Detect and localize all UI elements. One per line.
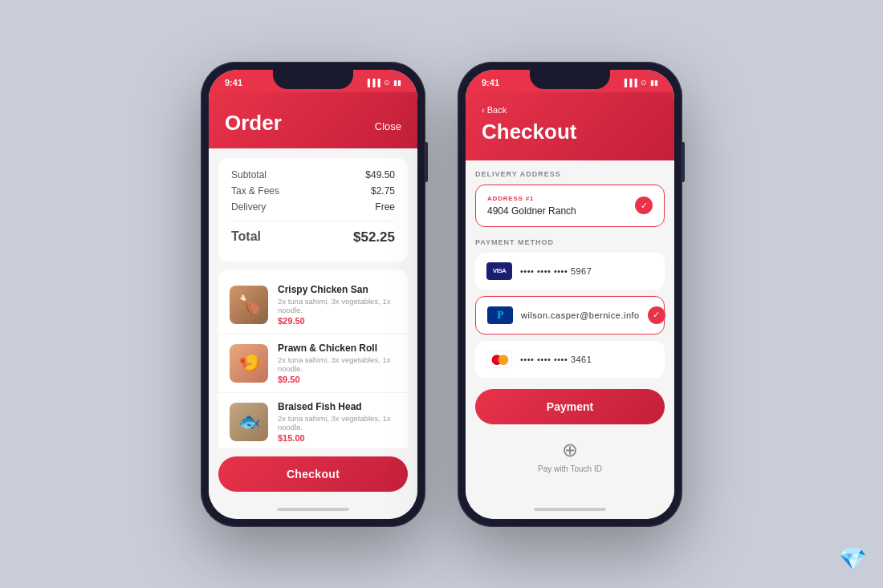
item-name-fish: Braised Fish Head <box>278 401 397 412</box>
subtotal-row: Subtotal $49.50 <box>231 169 395 180</box>
checkout-screen: ‹ Back Checkout DELIVERY ADDRESS ADDRESS… <box>466 92 674 519</box>
signal-icon-checkout: ▐▐▐ <box>622 79 637 87</box>
total-value: $52.25 <box>353 229 395 245</box>
payment-option-visa[interactable]: VISA •••• •••• •••• 5967 <box>475 253 665 290</box>
home-bar-order <box>277 508 349 511</box>
checkout-title: Checkout <box>482 120 658 144</box>
battery-icon-checkout: ▮▮ <box>650 79 658 87</box>
tax-value: $2.75 <box>371 185 395 197</box>
item-price-prawn: $9.50 <box>278 375 397 384</box>
close-button[interactable]: Close <box>375 120 401 132</box>
notch <box>277 70 349 87</box>
notch-checkout <box>534 70 606 87</box>
address-card[interactable]: ADDRESS #1 4904 Goldner Ranch ✓ <box>475 185 665 227</box>
tax-row: Tax & Fees $2.75 <box>231 185 395 197</box>
checkout-button-wrap: Checkout <box>209 448 417 503</box>
payment-option-mastercard[interactable]: ⬤⬤ •••• •••• •••• 3461 <box>475 341 665 378</box>
payment-button[interactable]: Payment <box>475 389 665 424</box>
paypal-email: wilson.casper@bernice.info <box>521 310 640 320</box>
subtotal-label: Subtotal <box>231 169 267 180</box>
item-image-fish: 🐟 <box>230 403 268 441</box>
chevron-left-icon: ‹ <box>482 105 485 115</box>
mastercard-number: •••• •••• •••• 3461 <box>520 355 653 364</box>
item-desc-crispy: 2x tuna sahimi, 3x vegetables, 1x noodle… <box>278 297 397 314</box>
home-indicator-order <box>209 503 417 519</box>
item-price-crispy: $29.50 <box>278 316 397 326</box>
mastercard-icon: ⬤⬤ <box>486 351 512 368</box>
order-item: 🐟 Braised Fish Head 2x tuna sahimi, 3x v… <box>218 393 408 448</box>
back-button[interactable]: ‹ Back <box>482 105 658 115</box>
order-summary: Subtotal $49.50 Tax & Fees $2.75 Deliver… <box>218 158 408 262</box>
item-info-crispy: Crispy Chicken San 2x tuna sahimi, 3x ve… <box>278 284 397 326</box>
checkout-phone: 9:41 ▐▐▐ ⊙ ▮▮ ‹ Back Checkout <box>458 62 682 527</box>
order-header: Order Close <box>209 92 417 148</box>
order-items-list: 🍗 Crispy Chicken San 2x tuna sahimi, 3x … <box>218 270 408 448</box>
item-name-prawn: Prawn & Chicken Roll <box>278 343 397 354</box>
delivery-row: Delivery Free <box>231 201 395 213</box>
visa-icon: VISA <box>486 262 512 280</box>
delivery-value: Free <box>375 201 395 213</box>
status-time-order: 9:41 <box>225 78 242 87</box>
item-image-prawn: 🍤 <box>230 344 268 383</box>
status-icons-checkout: ▐▐▐ ⊙ ▮▮ <box>622 79 658 87</box>
touch-id-icon[interactable]: ⊕ <box>562 439 578 461</box>
item-info-fish: Braised Fish Head 2x tuna sahimi, 3x veg… <box>278 401 397 443</box>
wifi-icon-checkout: ⊙ <box>641 79 647 87</box>
delivery-label: Delivery <box>231 201 266 213</box>
checkout-body: DELIVERY ADDRESS ADDRESS #1 4904 Goldner… <box>466 160 674 503</box>
subtotal-value: $49.50 <box>365 169 395 180</box>
tax-label: Tax & Fees <box>231 185 279 197</box>
total-row: Total $52.25 <box>231 221 395 245</box>
home-indicator-checkout <box>466 503 674 519</box>
item-price-fish: $15.00 <box>278 433 397 443</box>
address-text: 4904 Goldner Ranch <box>487 205 576 217</box>
home-bar-checkout <box>534 508 606 511</box>
paypal-selected-icon: ✓ <box>648 306 665 324</box>
order-phone: 9:41 ▐▐▐ ⊙ ▮▮ Order Close <box>201 62 425 527</box>
item-desc-fish: 2x tuna sahimi, 3x vegetables, 1x noodle… <box>278 414 397 432</box>
item-info-prawn: Prawn & Chicken Roll 2x tuna sahimi, 3x … <box>278 343 397 384</box>
payment-option-paypal[interactable]: 𝐏 wilson.casper@bernice.info ✓ <box>475 296 665 335</box>
status-icons-order: ▐▐▐ ⊙ ▮▮ <box>365 79 401 87</box>
total-label: Total <box>231 229 261 245</box>
address-info: ADDRESS #1 4904 Goldner Ranch <box>487 195 576 217</box>
visa-number: •••• •••• •••• 5967 <box>520 266 653 276</box>
item-image-crispy: 🍗 <box>230 286 268 324</box>
payment-options-list: VISA •••• •••• •••• 5967 𝐏 wilson.casper… <box>475 253 665 378</box>
touch-id-label: Pay with Touch ID <box>538 464 602 473</box>
address-tag: ADDRESS #1 <box>487 195 576 202</box>
order-title: Order <box>225 111 282 136</box>
wifi-icon-order: ⊙ <box>384 79 390 87</box>
payment-button-wrap: Payment <box>475 389 665 424</box>
touch-id-section: ⊕ Pay with Touch ID <box>475 432 665 476</box>
payment-section-label: PAYMENT METHOD <box>475 238 665 246</box>
checkout-button[interactable]: Checkout <box>218 456 408 492</box>
delivery-section-label: DELIVERY ADDRESS <box>475 170 665 178</box>
item-name-crispy: Crispy Chicken San <box>278 284 397 295</box>
checkout-header: ‹ Back Checkout <box>466 92 674 160</box>
phones-container: 9:41 ▐▐▐ ⊙ ▮▮ Order Close <box>201 62 682 527</box>
item-desc-prawn: 2x tuna sahimi, 3x vegetables, 1x noodle… <box>278 355 397 373</box>
paypal-icon: 𝐏 <box>487 306 513 324</box>
order-screen: Order Close Subtotal $49.50 Tax & Fees $… <box>209 92 417 519</box>
back-label: Back <box>487 105 507 115</box>
order-item: 🍗 Crispy Chicken San 2x tuna sahimi, 3x … <box>218 276 408 335</box>
status-time-checkout: 9:41 <box>482 78 499 87</box>
battery-icon-order: ▮▮ <box>393 79 401 87</box>
sketch-logo: 💎 <box>839 545 867 572</box>
order-body: Subtotal $49.50 Tax & Fees $2.75 Deliver… <box>209 148 417 448</box>
signal-icon-order: ▐▐▐ <box>365 79 380 87</box>
address-selected-icon: ✓ <box>635 197 653 214</box>
order-item: 🍤 Prawn & Chicken Roll 2x tuna sahimi, 3… <box>218 335 408 393</box>
